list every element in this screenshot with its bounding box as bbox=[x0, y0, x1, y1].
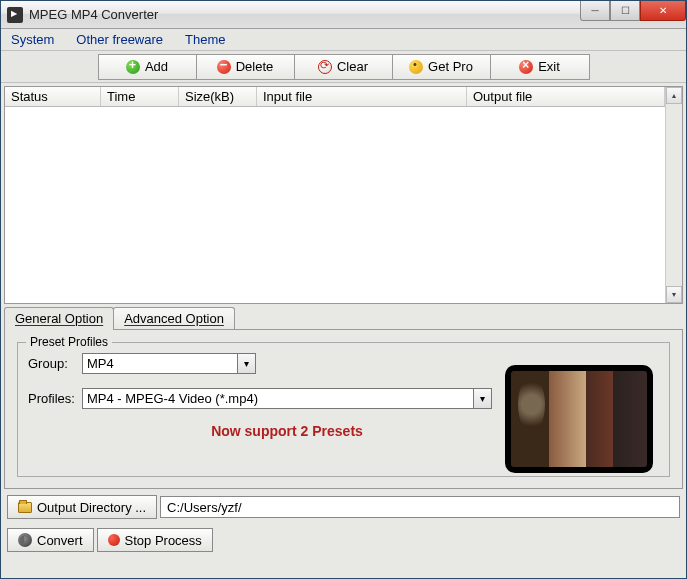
output-bar: Output Directory ... C:/Users/yzf/ bbox=[4, 492, 683, 522]
menubar: System Other freeware Theme bbox=[1, 29, 686, 51]
file-list: Status Time Size(kB) Input file Output f… bbox=[4, 86, 683, 304]
tab-general-label: General Option bbox=[15, 311, 103, 326]
add-label: Add bbox=[145, 59, 168, 74]
delete-icon bbox=[217, 60, 231, 74]
tab-panel: Preset Profiles Group: MP4 Profiles: MP4… bbox=[4, 329, 683, 489]
pro-icon bbox=[409, 60, 423, 74]
preview-device bbox=[505, 365, 653, 473]
add-icon bbox=[126, 60, 140, 74]
list-header: Status Time Size(kB) Input file Output f… bbox=[5, 87, 665, 107]
col-output[interactable]: Output file bbox=[467, 87, 665, 106]
maximize-button[interactable]: ☐ bbox=[610, 1, 640, 21]
content-area: Status Time Size(kB) Input file Output f… bbox=[1, 83, 686, 578]
tab-advanced[interactable]: Advanced Option bbox=[113, 307, 235, 329]
menu-other-freeware[interactable]: Other freeware bbox=[70, 30, 169, 49]
profiles-label: Profiles: bbox=[28, 391, 82, 406]
scroll-up-icon[interactable]: ▴ bbox=[666, 87, 682, 104]
profiles-select[interactable]: MP4 - MPEG-4 Video (*.mp4) bbox=[82, 388, 492, 409]
toolbar-group: Add Delete Clear Get Pro Exit bbox=[98, 54, 590, 80]
menu-system[interactable]: System bbox=[5, 30, 60, 49]
support-text: Now support 2 Presets bbox=[82, 423, 492, 439]
exit-button[interactable]: Exit bbox=[491, 55, 589, 79]
file-list-main: Status Time Size(kB) Input file Output f… bbox=[5, 87, 665, 303]
delete-button[interactable]: Delete bbox=[197, 55, 295, 79]
col-input[interactable]: Input file bbox=[257, 87, 467, 106]
footer-bar: Convert Stop Process bbox=[4, 525, 683, 555]
tab-row: General Option Advanced Option bbox=[4, 307, 683, 329]
exit-icon bbox=[519, 60, 533, 74]
clear-label: Clear bbox=[337, 59, 368, 74]
stop-icon bbox=[108, 534, 120, 546]
list-body[interactable] bbox=[5, 107, 665, 303]
clear-button[interactable]: Clear bbox=[295, 55, 393, 79]
app-icon bbox=[7, 7, 23, 23]
output-directory-label: Output Directory ... bbox=[37, 500, 146, 515]
titlebar: MPEG MP4 Converter ─ ☐ ✕ bbox=[1, 1, 686, 29]
preset-legend: Preset Profiles bbox=[26, 335, 112, 349]
menu-theme[interactable]: Theme bbox=[179, 30, 231, 49]
app-window: MPEG MP4 Converter ─ ☐ ✕ System Other fr… bbox=[0, 0, 687, 579]
toolbar: Add Delete Clear Get Pro Exit bbox=[1, 51, 686, 83]
output-directory-button[interactable]: Output Directory ... bbox=[7, 495, 157, 519]
group-label: Group: bbox=[28, 356, 82, 371]
preview-image bbox=[511, 371, 647, 467]
col-size[interactable]: Size(kB) bbox=[179, 87, 257, 106]
tab-general[interactable]: General Option bbox=[4, 307, 114, 329]
scroll-down-icon[interactable]: ▾ bbox=[666, 286, 682, 303]
col-time[interactable]: Time bbox=[101, 87, 179, 106]
convert-button[interactable]: Convert bbox=[7, 528, 94, 552]
close-button[interactable]: ✕ bbox=[640, 1, 686, 21]
output-path-value: C:/Users/yzf/ bbox=[167, 500, 241, 515]
profiles-value: MP4 - MPEG-4 Video (*.mp4) bbox=[87, 391, 258, 406]
window-controls: ─ ☐ ✕ bbox=[580, 1, 686, 21]
options-tabs: General Option Advanced Option Preset Pr… bbox=[4, 307, 683, 489]
clear-icon bbox=[318, 60, 332, 74]
minimize-button[interactable]: ─ bbox=[580, 1, 610, 21]
vertical-scrollbar[interactable]: ▴ ▾ bbox=[665, 87, 682, 303]
add-button[interactable]: Add bbox=[99, 55, 197, 79]
preset-profiles-group: Preset Profiles Group: MP4 Profiles: MP4… bbox=[17, 342, 670, 477]
group-select[interactable]: MP4 bbox=[82, 353, 256, 374]
tab-advanced-label: Advanced Option bbox=[124, 311, 224, 326]
convert-label: Convert bbox=[37, 533, 83, 548]
col-status[interactable]: Status bbox=[5, 87, 101, 106]
getpro-button[interactable]: Get Pro bbox=[393, 55, 491, 79]
output-path-input[interactable]: C:/Users/yzf/ bbox=[160, 496, 680, 518]
exit-label: Exit bbox=[538, 59, 560, 74]
stop-process-button[interactable]: Stop Process bbox=[97, 528, 213, 552]
group-value: MP4 bbox=[87, 356, 114, 371]
window-title: MPEG MP4 Converter bbox=[29, 7, 158, 22]
folder-icon bbox=[18, 502, 32, 513]
delete-label: Delete bbox=[236, 59, 274, 74]
convert-icon bbox=[18, 533, 32, 547]
stop-label: Stop Process bbox=[125, 533, 202, 548]
getpro-label: Get Pro bbox=[428, 59, 473, 74]
